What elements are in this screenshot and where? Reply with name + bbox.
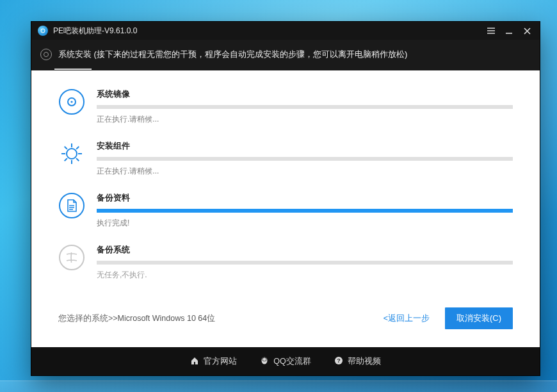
step-title: 系统镜像	[97, 88, 513, 100]
svg-text:?: ?	[337, 357, 341, 364]
step-status: 执行完成!	[97, 218, 513, 229]
header-subtitle: (接下来的过程无需您的干预，程序会自动完成安装的步骤，您可以离开电脑稍作放松)	[92, 49, 407, 59]
step-title: 备份资料	[97, 192, 513, 204]
svg-point-3	[70, 101, 72, 102]
app-window: PE吧装机助理-V9.61.0.0 系统安装 (接下来的过程无需您的干预，程序会…	[31, 21, 540, 376]
header-strip: 系统安装 (接下来的过程无需您的干预，程序会自动完成安装的步骤，您可以离开电脑稍…	[31, 40, 540, 69]
home-icon	[190, 356, 199, 367]
step-backup-data: 备份资料 执行完成!	[58, 192, 513, 229]
step-system-image: 系统镜像 正在执行.请稍候...	[58, 88, 513, 125]
back-link[interactable]: <返回上一步	[383, 313, 430, 324]
step-status: 正在执行.请稍候...	[97, 166, 513, 177]
official-site-label: 官方网站	[204, 356, 237, 367]
step-title: 安装组件	[97, 140, 513, 152]
official-site-link[interactable]: 官方网站	[190, 356, 237, 367]
progress-bar	[97, 261, 513, 265]
svg-point-0	[41, 29, 45, 33]
step-install-components: 安装组件 正在执行.请稍候...	[58, 140, 513, 177]
svg-point-9	[263, 357, 266, 361]
help-icon: ?	[334, 356, 343, 367]
step-title: 备份系统	[97, 244, 513, 256]
content-area: 系统镜像 正在执行.请稍候... 安装组件	[31, 70, 540, 347]
disc-icon	[58, 88, 85, 115]
selected-system-label: 您选择的系统>>	[58, 313, 118, 324]
windows-icon	[58, 244, 85, 271]
selected-system-value: Microsoft Windows 10 64位	[118, 313, 216, 324]
step-status: 正在执行.请稍候...	[97, 114, 513, 125]
header-underline	[54, 69, 92, 70]
qq-icon	[260, 356, 269, 367]
qq-group-link[interactable]: QQ交流群	[260, 356, 311, 367]
progress-fill	[97, 209, 513, 213]
close-button[interactable]	[518, 22, 536, 40]
help-video-label: 帮助视频	[348, 356, 381, 367]
svg-point-6	[60, 245, 84, 270]
taskbar	[0, 380, 557, 392]
help-video-link[interactable]: ? 帮助视频	[334, 356, 381, 367]
target-icon	[40, 49, 52, 60]
progress-bar	[97, 105, 513, 109]
qq-group-label: QQ交流群	[273, 356, 311, 367]
bottom-bar: 官方网站 QQ交流群 ? 帮助视频	[31, 347, 540, 375]
window-title: PE吧装机助理-V9.61.0.0	[53, 26, 137, 37]
menu-button[interactable]	[482, 22, 500, 40]
document-icon	[58, 192, 85, 219]
step-status: 无任务,不执行.	[97, 270, 513, 281]
app-logo-icon	[38, 26, 48, 36]
gear-icon	[58, 140, 85, 167]
svg-point-4	[67, 149, 77, 159]
header-title: 系统安装	[58, 49, 92, 59]
title-bar: PE吧装机助理-V9.61.0.0	[31, 22, 540, 40]
footer-row: 您选择的系统>> Microsoft Windows 10 64位 <返回上一步…	[58, 302, 513, 339]
progress-bar	[97, 209, 513, 213]
step-backup-system: 备份系统 无任务,不执行.	[58, 244, 513, 281]
minimize-button[interactable]	[500, 22, 518, 40]
progress-bar	[97, 157, 513, 161]
cancel-install-button[interactable]: 取消安装(C)	[445, 307, 513, 329]
